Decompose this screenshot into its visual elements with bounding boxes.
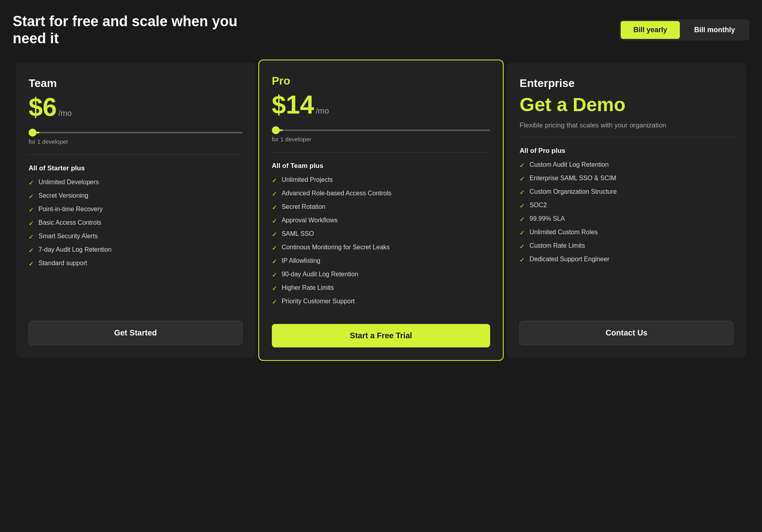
check-icon: ✓ [272, 258, 277, 265]
feature-label: Custom Organization Structure [529, 188, 617, 195]
pro-developer-label: for 1 developer [272, 136, 491, 143]
pro-price-amount: $14 [272, 92, 314, 118]
check-icon: ✓ [272, 271, 277, 279]
check-icon: ✓ [29, 260, 34, 268]
list-item: ✓ Standard support [29, 260, 242, 268]
list-item: ✓ IP Allowlisting [272, 257, 491, 265]
feature-label: Priority Customer Support [282, 298, 355, 305]
check-icon: ✓ [272, 244, 277, 252]
page-header: Start for free and scale when you need i… [13, 13, 749, 47]
team-features-list: ✓ Unlimited Developers ✓ Secret Versioni… [29, 179, 242, 308]
team-slider-container[interactable] [29, 128, 242, 135]
enterprise-plan-name: Enterprise [520, 77, 733, 90]
list-item: ✓ 90-day Audit Log Retention [272, 271, 491, 279]
list-item: ✓ Unlimited Custom Roles [520, 229, 733, 237]
check-icon: ✓ [520, 189, 525, 196]
enterprise-demo-title: Get a Demo [520, 94, 733, 116]
enterprise-features-list: ✓ Custom Audit Log Retention ✓ Enterpris… [520, 161, 733, 308]
team-developer-slider[interactable] [29, 132, 242, 133]
feature-label: 7-day Audit Log Retention [38, 246, 112, 253]
list-item: ✓ Point-in-time Recovery [29, 206, 242, 214]
check-icon: ✓ [520, 243, 525, 250]
team-plan-card: Team $6 /mo for 1 developer All of Start… [16, 63, 255, 358]
feature-label: Smart Security Alerts [38, 233, 98, 240]
feature-label: 99.99% SLA [529, 215, 565, 222]
check-icon: ✓ [520, 229, 525, 237]
enterprise-cta-button[interactable]: Contact Us [520, 321, 733, 345]
feature-label: Approval Workflows [282, 217, 338, 224]
feature-label: SOC2 [529, 202, 547, 209]
list-item: ✓ 99.99% SLA [520, 215, 733, 223]
feature-label: Higher Rate Limits [282, 284, 334, 291]
list-item: ✓ SOC2 [520, 202, 733, 210]
pro-features-title: All of Team plus [272, 162, 491, 170]
feature-label: 90-day Audit Log Retention [282, 271, 358, 278]
list-item: ✓ Dedicated Support Engineer [520, 256, 733, 264]
list-item: ✓ Secret Rotation [272, 203, 491, 211]
team-price-amount: $6 [29, 94, 57, 120]
pro-price-period: /mo [316, 106, 329, 116]
team-divider [29, 154, 242, 155]
enterprise-features-title: All of Pro plus [520, 147, 733, 155]
plans-container: Team $6 /mo for 1 developer All of Start… [13, 60, 749, 361]
enterprise-price-section: Get a Demo Flexible pricing that scales … [520, 94, 733, 130]
check-icon: ✓ [272, 285, 277, 292]
team-cta-button[interactable]: Get Started [29, 321, 242, 345]
list-item: ✓ 7-day Audit Log Retention [29, 246, 242, 254]
feature-label: Unlimited Projects [282, 176, 333, 183]
list-item: ✓ Custom Organization Structure [520, 188, 733, 196]
list-item: ✓ Advanced Role-based Access Controls [272, 190, 491, 198]
feature-label: Unlimited Developers [38, 179, 99, 186]
feature-label: Standard support [38, 260, 87, 267]
check-icon: ✓ [29, 233, 34, 241]
check-icon: ✓ [272, 298, 277, 306]
enterprise-divider [520, 137, 733, 137]
team-price-period: /mo [58, 109, 71, 118]
billing-toggle: Bill yearly Bill monthly [619, 19, 749, 40]
list-item: ✓ Continous Monitoring for Secret Leaks [272, 244, 491, 252]
pro-divider [272, 152, 491, 152]
feature-label: Continous Monitoring for Secret Leaks [282, 244, 390, 251]
check-icon: ✓ [520, 175, 525, 183]
list-item: ✓ Custom Audit Log Retention [520, 161, 733, 169]
pro-developer-slider[interactable] [272, 129, 491, 131]
pro-slider-container[interactable] [272, 125, 491, 133]
check-icon: ✓ [520, 216, 525, 223]
check-icon: ✓ [29, 220, 34, 227]
check-icon: ✓ [272, 204, 277, 211]
team-features-title: All of Starter plus [29, 164, 242, 172]
feature-label: Point-in-time Recovery [38, 206, 103, 213]
team-developer-label: for 1 developer [29, 138, 242, 145]
pro-plan-card: Pro $14 /mo for 1 developer All of Team … [258, 60, 504, 361]
feature-label: Dedicated Support Engineer [529, 256, 609, 263]
check-icon: ✓ [520, 256, 525, 264]
list-item: ✓ Basic Access Controls [29, 219, 242, 227]
check-icon: ✓ [520, 162, 525, 169]
feature-label: Basic Access Controls [38, 219, 101, 226]
list-item: ✓ Unlimited Projects [272, 176, 491, 184]
bill-monthly-button[interactable]: Bill monthly [681, 21, 748, 39]
check-icon: ✓ [29, 206, 34, 214]
list-item: ✓ Custom Rate Limits [520, 242, 733, 250]
check-icon: ✓ [29, 179, 34, 187]
pro-plan-name: Pro [272, 75, 491, 87]
feature-label: SAML SSO [282, 230, 314, 237]
check-icon: ✓ [29, 247, 34, 254]
feature-label: Secret Rotation [282, 203, 325, 210]
list-item: ✓ Enterprise SAML SSO & SCIM [520, 175, 733, 183]
pro-cta-button[interactable]: Start a Free Trial [272, 324, 491, 347]
check-icon: ✓ [272, 177, 277, 184]
check-icon: ✓ [272, 217, 277, 225]
check-icon: ✓ [520, 202, 525, 210]
feature-label: Advanced Role-based Access Controls [282, 190, 392, 197]
bill-yearly-button[interactable]: Bill yearly [621, 21, 680, 39]
team-plan-price: $6 /mo [29, 94, 242, 120]
feature-label: Custom Audit Log Retention [529, 161, 608, 168]
list-item: ✓ Unlimited Developers [29, 179, 242, 187]
list-item: ✓ Priority Customer Support [272, 298, 491, 306]
feature-label: Secret Versioning [38, 192, 88, 199]
feature-label: IP Allowlisting [282, 257, 321, 264]
list-item: ✓ Secret Versioning [29, 192, 242, 200]
check-icon: ✓ [272, 231, 277, 238]
page-title: Start for free and scale when you need i… [13, 13, 251, 47]
